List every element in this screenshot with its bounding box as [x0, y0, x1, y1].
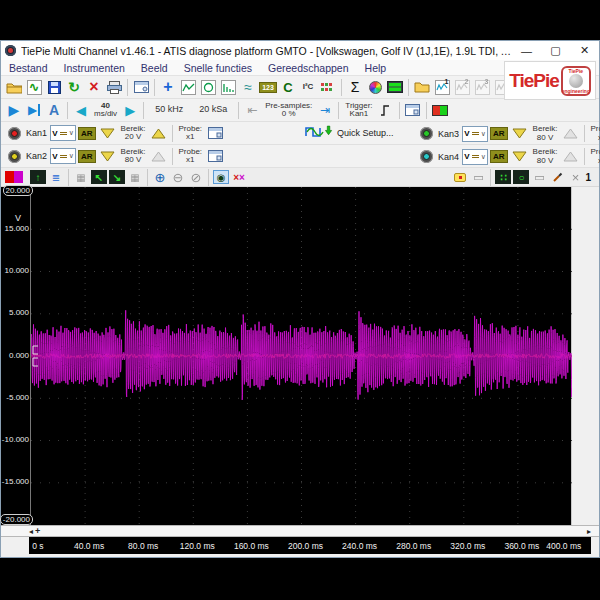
printer-icon: [107, 81, 122, 94]
wave-lines-button[interactable]: ≈: [238, 77, 258, 97]
export-measurement-button[interactable]: ∿: [24, 77, 44, 97]
kan2-settings-button[interactable]: [205, 146, 225, 166]
image-export-button[interactable]: ▭: [470, 170, 486, 184]
zoom-in-button[interactable]: ⊕: [152, 170, 168, 184]
trigger-settings-button[interactable]: [403, 100, 423, 120]
kan1-range-down-button[interactable]: [98, 123, 118, 143]
y-axis[interactable]: V 20.00015.00010.0005.0000.000-5.000-10.…: [1, 187, 30, 525]
measurement-tab-3-button[interactable]: 3: [472, 77, 492, 97]
horizontal-scrollbar[interactable]: ◂ + ▸: [1, 525, 599, 537]
kan1-coupling-select[interactable]: V∨: [50, 125, 76, 141]
xy-chart-button[interactable]: [198, 77, 218, 97]
x-tick-label: 360.0 ms: [504, 541, 539, 551]
delete-icon: ×: [89, 79, 98, 95]
io-indicator-button[interactable]: [430, 100, 450, 120]
kan2-range-up-button[interactable]: [149, 146, 169, 166]
kan2-range-down-button[interactable]: [98, 146, 118, 166]
sum-channel-button[interactable]: Σ: [345, 77, 365, 97]
plot-area[interactable]: [30, 187, 571, 525]
scroll-move-icon[interactable]: +: [35, 526, 40, 536]
trigger-edge-button[interactable]: [376, 100, 396, 120]
refresh-button[interactable]: ↻: [64, 77, 84, 97]
console-button[interactable]: ∷: [495, 170, 511, 184]
kan1-settings-button[interactable]: [205, 123, 225, 143]
comment-button[interactable]: [452, 170, 468, 184]
save-button[interactable]: [44, 77, 64, 97]
markers-button[interactable]: ××: [231, 170, 247, 184]
oneshot-button[interactable]: ▶: [24, 100, 44, 120]
measurement-tab-1-button[interactable]: 1: [432, 77, 452, 97]
zoom-reset-button[interactable]: ⊘: [188, 170, 204, 184]
kan1-range-up-button[interactable]: [149, 123, 169, 143]
open-file-button[interactable]: [4, 77, 24, 97]
trigger-source[interactable]: Trigger: Kan1: [342, 102, 375, 119]
y-tick-label: 5.000: [9, 308, 29, 317]
kan4-autorange-button[interactable]: AR: [488, 147, 510, 167]
menu-help[interactable]: Help: [357, 62, 395, 74]
record-length-value[interactable]: 20 kSa: [191, 105, 235, 114]
close-chart-button[interactable]: ×: [567, 170, 583, 184]
kan4-coupling-select[interactable]: V∨: [462, 149, 488, 165]
grid-option-button[interactable]: ▦: [73, 170, 89, 184]
scroll-left-icon[interactable]: ◂: [29, 527, 33, 536]
kan3-autorange-button[interactable]: AR: [488, 124, 510, 144]
kan1-autorange-button[interactable]: AR: [76, 123, 98, 143]
sample-rate-value[interactable]: 50 kHz: [147, 105, 191, 114]
pan-tool-button[interactable]: ◉: [213, 170, 229, 184]
color-settings-button[interactable]: [365, 77, 385, 97]
zoom-out-button[interactable]: ⊖: [170, 170, 186, 184]
kan2-coupling-select[interactable]: V∨: [50, 148, 76, 164]
menu-beeld[interactable]: Beeld: [133, 62, 176, 74]
add-chart-button[interactable]: +: [158, 77, 178, 97]
print-button[interactable]: [104, 77, 124, 97]
kan3-range-down-button[interactable]: [510, 124, 530, 144]
menu-snelle-functies[interactable]: Snelle functies: [176, 62, 260, 74]
close-button[interactable]: ✕: [570, 41, 599, 60]
open-measurement-button[interactable]: [412, 77, 432, 97]
object-tree-button[interactable]: [131, 77, 151, 97]
kan2-enable-button[interactable]: [4, 146, 24, 166]
kan4-led-icon: [420, 150, 433, 163]
kan3-enable-button[interactable]: [416, 124, 436, 144]
measurement-tab-2-button[interactable]: 2: [452, 77, 472, 97]
kan3-range-up-button[interactable]: [561, 124, 581, 144]
kan4-enable-button[interactable]: [416, 147, 436, 167]
kan4-range-up-button[interactable]: [561, 147, 581, 167]
quick-setup-button[interactable]: Quick Setup...: [305, 123, 394, 142]
protocol-analyzer-button[interactable]: [318, 77, 338, 97]
grid-option2-button[interactable]: ▦: [127, 170, 143, 184]
channel-color-swatch-magenta[interactable]: [14, 171, 23, 183]
scope-display-button[interactable]: ○: [513, 170, 529, 184]
menu-gereedschappen[interactable]: Gereedschappen: [260, 62, 357, 74]
x-axis[interactable]: 0 s40.0 ms80.0 ms120.0 ms160.0 ms200.0 m…: [29, 537, 591, 554]
timebase-slower-button[interactable]: ◀: [71, 100, 91, 120]
channel-color-swatch-red[interactable]: [5, 171, 14, 183]
menu-bestand[interactable]: Bestand: [1, 62, 56, 74]
kan3-coupling-select[interactable]: V∨: [462, 126, 488, 142]
maximize-button[interactable]: ▢: [541, 41, 570, 60]
kan1-enable-button[interactable]: [4, 123, 24, 143]
next-view-button[interactable]: ↘: [109, 170, 125, 184]
multimeter-button[interactable]: [385, 77, 405, 97]
axis-setup-button[interactable]: ≣: [48, 170, 64, 184]
minimize-button[interactable]: —: [512, 41, 541, 60]
presamples-decrease-button[interactable]: ⇤: [242, 100, 262, 120]
fit-height-button[interactable]: ↑: [30, 170, 46, 184]
kan2-autorange-button[interactable]: AR: [76, 146, 98, 166]
panel-option-button[interactable]: ▭: [531, 170, 547, 184]
i2c-analyzer-button[interactable]: I²C: [298, 77, 318, 97]
meter-123-button[interactable]: 123: [258, 77, 278, 97]
menu-instrumenten[interactable]: Instrumenten: [56, 62, 133, 74]
autosetup-button[interactable]: A: [44, 100, 64, 120]
capacity-meter-button[interactable]: C: [278, 77, 298, 97]
timebase-faster-button[interactable]: ▶: [120, 100, 140, 120]
fft-chart-button[interactable]: [218, 77, 238, 97]
presamples-increase-button[interactable]: ⇥: [315, 100, 335, 120]
kan4-range-down-button[interactable]: [510, 147, 530, 167]
previous-view-button[interactable]: ↖: [91, 170, 107, 184]
yt-chart-button[interactable]: [178, 77, 198, 97]
delete-button[interactable]: ×: [84, 77, 104, 97]
scroll-right-icon[interactable]: ▸: [587, 527, 591, 536]
start-button[interactable]: ▶: [4, 100, 24, 120]
pen-tool-button[interactable]: [549, 170, 565, 184]
